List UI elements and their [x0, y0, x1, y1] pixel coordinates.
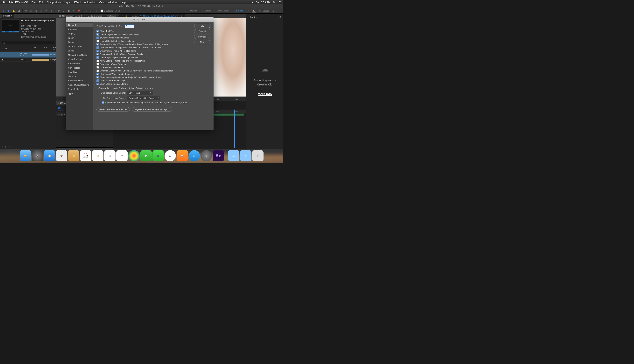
- prefs-check-12[interactable]: Dynamic Link with After Effects Uses Pro…: [96, 70, 173, 72]
- prefs-cat-memory[interactable]: Memory: [66, 74, 93, 78]
- prefs-cat-sync[interactable]: Sync Settings: [66, 87, 93, 91]
- zoom-tool-icon[interactable]: [17, 9, 21, 13]
- brush-tool-icon[interactable]: 🖌: [56, 9, 61, 13]
- prefs-cat-previews[interactable]: Previews: [66, 27, 93, 32]
- contacts-icon[interactable]: 📒: [68, 150, 79, 162]
- messages-icon[interactable]: 💬: [140, 150, 152, 162]
- workspace-standard[interactable]: Standard: [200, 8, 214, 14]
- prefs-check-14[interactable]: Show Warning Banner When Project Contain…: [96, 76, 161, 78]
- comp-layer-dropdown[interactable]: Source Composition Panel: [127, 96, 160, 100]
- puppet-tool-icon[interactable]: 📌: [77, 9, 81, 13]
- project-row[interactable]: ▣Comp 1 Composition 29.97: [0, 58, 56, 62]
- calendar-icon[interactable]: SUN22: [80, 150, 91, 162]
- search-help[interactable]: [258, 9, 282, 13]
- menu-edit[interactable]: Edit: [39, 1, 43, 4]
- menu-view[interactable]: View: [99, 1, 104, 4]
- ok-button[interactable]: OK: [194, 24, 210, 28]
- app-name[interactable]: After Effects CC: [9, 1, 28, 4]
- snap-options-icon2[interactable]: ⊡: [118, 10, 120, 12]
- eye-icon[interactable]: 👁: [58, 114, 60, 116]
- workspace-smallscreen[interactable]: Small Screen: [214, 8, 232, 14]
- solo-icon[interactable]: ●: [64, 114, 65, 116]
- snapping-toggle[interactable]: Snapping ⊞ ⊡: [101, 10, 120, 12]
- spotlight-icon[interactable]: [273, 0, 276, 4]
- workspace-default[interactable]: Default: [187, 8, 200, 14]
- clone-tool-icon[interactable]: ⟁: [62, 9, 66, 13]
- migrate-button[interactable]: Migrate Previous Version Settings…: [132, 107, 172, 112]
- snap-options-icon[interactable]: ⊞: [115, 10, 117, 12]
- prefs-cat-appearance[interactable]: Appearance: [66, 62, 93, 66]
- workspace-libraries[interactable]: Libraries: [232, 8, 246, 14]
- path-size-input[interactable]: [125, 24, 134, 28]
- prefs-check-16[interactable]: Show Start Screen at Startup: [96, 83, 128, 85]
- label-swatch[interactable]: [32, 59, 49, 60]
- more-info-link[interactable]: More info: [249, 92, 281, 96]
- prefs-check-2[interactable]: Switches Affect Nested Comps: [96, 36, 129, 39]
- prefs-check-1[interactable]: Create Layers at Composition Start Time: [96, 33, 139, 36]
- prefs-cat-display[interactable]: Display: [66, 32, 93, 36]
- prefs-cat-grids[interactable]: Grids & Guides: [66, 44, 93, 48]
- camera-tool-icon[interactable]: 🎥: [29, 9, 33, 13]
- prefs-check-5[interactable]: Pen Tool Shortcut Toggles Between Pen an…: [96, 46, 161, 49]
- close-icon[interactable]: ×: [58, 102, 59, 104]
- footage-layer-dropdown[interactable]: Layer Panel: [127, 91, 152, 95]
- menu-window[interactable]: Window: [108, 1, 117, 4]
- pen-tool-icon[interactable]: ✒: [44, 9, 48, 13]
- prefs-check-7[interactable]: Expression Pick Whip Writes Compact Engl…: [96, 53, 144, 55]
- project-row[interactable]: ▪4K-Chim… .mp4 MPEG 252 MB 29.97: [0, 52, 56, 58]
- menu-composition[interactable]: Composition: [47, 1, 61, 4]
- rq-icon[interactable]: ⟳: [8, 146, 10, 148]
- text-tool-icon[interactable]: T: [49, 9, 54, 13]
- apple-icon[interactable]: [2, 0, 5, 4]
- selection-tool-icon[interactable]: ▶: [7, 9, 11, 13]
- menu-help[interactable]: Help: [120, 1, 126, 4]
- project-tab[interactable]: Project ≡: [2, 14, 14, 18]
- workspace-more-icon[interactable]: »: [246, 8, 251, 14]
- prefs-check-8[interactable]: Create Split Layers Above Original Layer: [96, 56, 139, 59]
- prefs-cat-audio-hw[interactable]: Audio Hardware: [66, 78, 93, 83]
- hand-tool-icon[interactable]: ✋: [12, 9, 16, 13]
- facetime-icon[interactable]: 📹: [152, 150, 164, 162]
- prefs-check-10[interactable]: Enable JavaScript Debugger: [96, 63, 127, 65]
- reminders-icon[interactable]: ☑: [104, 150, 116, 162]
- prefs-check-11[interactable]: Use System Color Picker: [96, 66, 124, 68]
- prefs-cat-import[interactable]: Import: [66, 36, 93, 40]
- prefs-cat-labels[interactable]: Labels: [66, 48, 93, 53]
- mail-icon[interactable]: 🦅: [56, 150, 67, 162]
- settings-icon[interactable]: ⚙: [201, 150, 212, 162]
- prefs-check-15[interactable]: Use System Shortcut Keys: [96, 80, 125, 82]
- lock-icon[interactable]: 🔒: [125, 14, 128, 17]
- prefs-cat-general[interactable]: General: [66, 23, 93, 27]
- prefs-cat-video-preview[interactable]: Video Preview: [66, 57, 93, 62]
- appstore-icon[interactable]: Ⓐ: [189, 150, 200, 162]
- project-search[interactable]: [2, 41, 55, 44]
- applications-folder-icon[interactable]: 🗂: [228, 150, 239, 162]
- prefs-cat-output[interactable]: Output: [66, 40, 93, 44]
- prefs-cat-media-cache[interactable]: Media & Disk Cache: [66, 53, 93, 57]
- prefs-check-4[interactable]: Preserve Constant Vertex and Feather Poi…: [96, 43, 168, 46]
- notification-icon[interactable]: ▸: [252, 1, 253, 4]
- next-button[interactable]: Next: [194, 40, 210, 44]
- notes-icon[interactable]: 📝: [92, 150, 103, 162]
- pan-behind-tool-icon[interactable]: ⊕: [34, 9, 38, 13]
- previous-button[interactable]: Previous: [194, 34, 210, 39]
- rq-icon[interactable]: ⊡: [2, 146, 3, 148]
- prefs-check-9[interactable]: Allow Scripts to Write Files and Access …: [96, 60, 145, 62]
- prefs-cat-new-project[interactable]: New Project: [66, 66, 93, 70]
- panel-menu-icon[interactable]: ≡: [180, 15, 182, 17]
- trash-icon[interactable]: 🗑: [252, 150, 264, 162]
- prefs-cat-type[interactable]: Type: [66, 91, 93, 96]
- libraries-tab[interactable]: Libraries: [249, 16, 257, 18]
- aftereffects-icon[interactable]: Ae: [213, 150, 224, 162]
- menu-extras-icon[interactable]: ☰: [279, 1, 281, 4]
- prefs-check-3[interactable]: Default Spatial Interpolation to Linear: [96, 40, 135, 42]
- finder-icon[interactable]: 😀: [20, 150, 31, 162]
- menu-animation[interactable]: Animation: [84, 1, 96, 4]
- cc-home-icon[interactable]: ⊞: [252, 9, 256, 13]
- cancel-button[interactable]: Cancel: [194, 29, 210, 34]
- itunes-icon[interactable]: 🎵: [164, 150, 176, 162]
- menu-file[interactable]: File: [32, 1, 36, 4]
- ibooks-icon[interactable]: 📖: [177, 150, 188, 162]
- home-icon[interactable]: ⌂: [2, 9, 6, 13]
- label-swatch[interactable]: [32, 54, 49, 56]
